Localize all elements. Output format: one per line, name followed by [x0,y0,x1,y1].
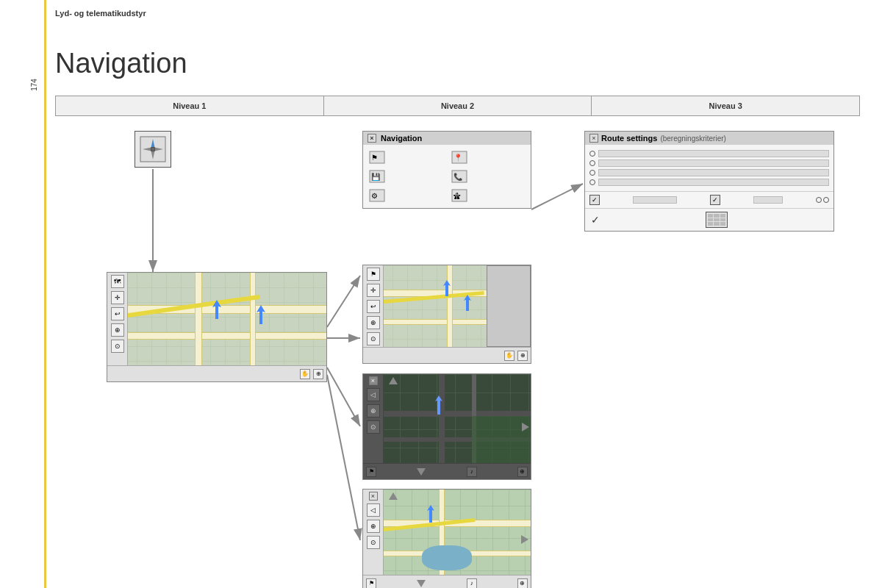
checkbox-1[interactable]: ✓ [589,195,600,205]
map2b-music-btn[interactable]: ♪ [467,467,477,477]
menu-item-6[interactable]: 🛣 [451,189,525,202]
water-area [422,545,472,571]
settings-row-3 [589,169,829,176]
menu-item-2[interactable]: 📍 [451,151,525,164]
route-close-btn[interactable]: × [589,134,598,143]
nav-close-btn[interactable]: × [368,134,376,143]
section-header: Lyd- og telematikudstyr [55,9,146,18]
map2b-zoom-btn[interactable]: ⊕ [367,404,380,417]
compass-icon [140,136,166,162]
map2b-toolbar-bottom: ⚑ ♪ ⊕ [363,463,531,479]
nav-marker-2b [435,395,442,419]
svg-text:💾: 💾 [371,172,381,182]
map2c-flag-btn[interactable]: ⚑ [366,578,376,589]
map2b-arrow-up[interactable] [389,377,398,384]
map2c-top-arrow[interactable] [389,492,398,500]
back-btn[interactable]: ↩ [111,307,124,320]
route-settings-rows [585,145,833,191]
svg-rect-34 [437,400,440,415]
map2c-compass-btn[interactable]: ⊕ [517,578,528,589]
radio-opt2[interactable] [823,197,829,203]
radio-group [816,197,829,203]
route-settings-titlebar: × Route settings (beregningskriterier) [585,132,833,145]
map2c-close-btn[interactable]: × [369,492,378,501]
map2a-zoom-btn[interactable]: ⊕ [367,316,380,329]
svg-rect-16 [259,311,262,324]
settings-bar-6 [753,196,783,204]
map2a-hand-btn[interactable]: ✋ [504,351,514,361]
hand-btn[interactable]: ✋ [300,369,310,379]
menu-item-5[interactable]: ⚙ [369,189,442,202]
radio-4[interactable] [589,179,595,185]
map2b-close-btn[interactable]: × [369,376,378,385]
svg-text:📞: 📞 [453,172,463,182]
flag-icon: ⚑ [369,151,385,164]
map2a-cross-btn[interactable]: ✛ [367,284,380,297]
page-number: 174 [30,79,38,91]
map2c-left-btn[interactable]: ◁ [367,503,380,517]
settings-row-2 [589,159,829,167]
map2c-down-arrow[interactable] [417,580,426,587]
map2b-pin-btn[interactable]: ⊙ [367,420,380,434]
save-icon: 💾 [369,170,385,183]
zoom-btn[interactable]: ⊕ [111,323,124,337]
map-niveau2a: ⚑ ✛ ↩ ⊕ ⊙ ✋ ⊕ [362,265,531,364]
niveau1-header: Niveau 1 [56,96,324,115]
nav-marker-1 [212,300,221,323]
settings-bar-5 [633,196,677,204]
diagram-area: Niveau 1 Niveau 2 Niveau 3 [55,96,860,573]
map2b-arrow-down[interactable] [417,468,426,476]
svg-line-2 [327,276,360,327]
map2c-pin-btn[interactable]: ⊙ [367,536,380,549]
map2c-music-btn[interactable]: ♪ [467,578,477,589]
road2a-v1 [447,265,453,347]
map2a-pin-btn[interactable]: ⊙ [367,332,380,345]
map2b-flag-btn[interactable]: ⚑ [366,467,376,477]
route-settings-box: × Route settings (beregningskriterier) [584,131,834,232]
map2c-right-arrow[interactable] [521,535,528,544]
route2-icon: 🛣 [451,189,467,202]
map2a-compass-btn[interactable]: ⊕ [517,351,528,361]
section-title-text: Lyd- og telematikudstyr [55,9,146,18]
checkbox-2[interactable]: ✓ [710,195,720,205]
grid-view-icon[interactable] [706,212,728,228]
svg-text:🛣: 🛣 [453,192,461,200]
svg-rect-30 [445,284,448,296]
radio-opt1[interactable] [816,197,822,203]
route-icon: 📍 [451,151,467,164]
svg-rect-36 [429,509,432,523]
pin-btn[interactable]: ⊙ [111,340,124,353]
menu-item-4[interactable]: 📞 [451,170,525,183]
map-icon-btn[interactable]: 🗺 [111,275,124,288]
radio-2[interactable] [589,160,595,166]
map1-toolbar-bottom: ✋ ⊕ [107,365,326,381]
menu-item-1[interactable]: ⚑ [369,151,442,164]
crosshair-btn[interactable]: ✛ [111,291,124,304]
map2c-zoom-btn[interactable]: ⊕ [367,520,380,533]
menu-item-3[interactable]: 💾 [369,170,442,183]
compass-sm-btn[interactable]: ⊕ [313,369,323,379]
route-settings-bottom: ✓ [585,208,833,231]
svg-line-5 [327,375,360,540]
route-settings-title-text: Route settings [601,134,657,143]
road-h2 [107,332,326,340]
map2a-back-btn[interactable]: ↩ [367,300,380,313]
check-mark: ✓ [591,214,600,226]
map2c-grid [363,490,531,588]
map2a-toolbar-bottom: ✋ ⊕ [363,347,531,363]
navigation-map-niveau1: 🗺 ✛ ↩ ⊕ ⊙ ✋ ⊕ [107,272,327,382]
map2b-cross-btn[interactable]: ◁ [367,388,380,401]
route-settings-subtitle: (beregningskriterier) [660,135,725,143]
settings-bar-4 [598,179,829,186]
level-bar: Niveau 1 Niveau 2 Niveau 3 [55,96,860,116]
radio-1[interactable] [589,151,595,157]
radio-3[interactable] [589,170,595,176]
map2b-right-arrow[interactable] [522,423,529,431]
map2b-compass-btn[interactable]: ⊕ [517,467,528,477]
nav-menu-titlebar: × Navigation [363,132,531,145]
niveau2-header: Niveau 2 [324,96,592,115]
compass-button[interactable] [135,131,171,168]
route-settings-footer: ✓ ✓ [585,191,833,208]
settings-bar-2 [598,159,829,167]
map2a-flag-btn[interactable]: ⚑ [367,268,380,281]
